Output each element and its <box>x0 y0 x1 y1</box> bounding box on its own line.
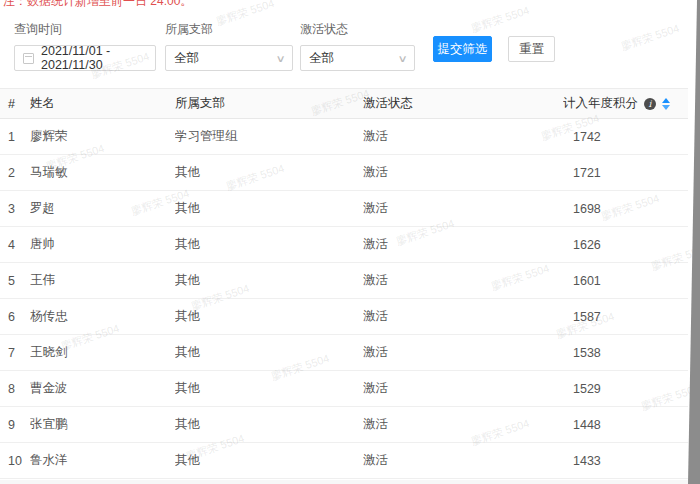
row-status: 激活 <box>363 371 563 407</box>
row-status: 激活 <box>363 335 563 371</box>
row-points: 1601 <box>563 263 688 299</box>
row-points: 1433 <box>563 443 688 479</box>
row-name: 杨传忠 <box>30 299 175 335</box>
submit-filter-button[interactable]: 提交筛选 <box>433 36 492 62</box>
sort-ascending-icon <box>662 98 670 103</box>
row-points: 1698 <box>563 191 688 227</box>
row-name: 马瑞敏 <box>30 155 175 191</box>
row-name: 王晓剑 <box>30 335 175 371</box>
column-header-points: 计入年度积分 i <box>563 89 688 119</box>
status-select[interactable]: 全部 ∨ <box>300 45 415 71</box>
row-points: 1448 <box>563 407 688 443</box>
date-range-value: 2021/11/01 - 2021/11/30 <box>41 44 147 72</box>
row-status: 激活 <box>363 299 563 335</box>
column-header-branch: 所属支部 <box>175 89 363 119</box>
row-points: 1587 <box>563 299 688 335</box>
table-row: 1廖辉荣学习管理组激活1742 <box>0 119 688 155</box>
row-index: 1 <box>0 119 30 155</box>
row-name: 曹金波 <box>30 371 175 407</box>
chevron-down-icon: ∨ <box>397 53 407 64</box>
column-header-name: 姓名 <box>30 89 175 119</box>
sort-control[interactable] <box>662 98 670 110</box>
row-index: 7 <box>0 335 30 371</box>
row-name: 王伟 <box>30 263 175 299</box>
table-row: 8曹金波其他激活1529 <box>0 371 688 407</box>
row-status: 激活 <box>363 227 563 263</box>
row-branch: 其他 <box>175 407 363 443</box>
sort-descending-icon <box>662 105 670 110</box>
status-filter-group: 激活状态 全部 ∨ <box>300 21 415 71</box>
row-branch: 其他 <box>175 191 363 227</box>
row-name: 张宜鹏 <box>30 407 175 443</box>
row-branch: 其他 <box>175 443 363 479</box>
column-header-points-label: 计入年度积分 <box>563 95 638 112</box>
row-status: 激活 <box>363 155 563 191</box>
chevron-down-icon: ∨ <box>275 53 285 64</box>
row-index: 10 <box>0 443 30 479</box>
table-row: 9张宜鹏其他激活1448 <box>0 407 688 443</box>
branch-filter-group: 所属支部 全部 ∨ <box>165 21 293 71</box>
reset-button[interactable]: 重置 <box>508 36 555 62</box>
row-status: 激活 <box>363 119 563 155</box>
row-branch: 其他 <box>175 227 363 263</box>
table-row: 5王伟其他激活1601 <box>0 263 688 299</box>
notice-text: 注：数据统计新增至前一日 24:00。 <box>3 0 192 10</box>
row-index: 6 <box>0 299 30 335</box>
row-name: 廖辉荣 <box>30 119 175 155</box>
status-filter-label: 激活状态 <box>300 21 415 38</box>
row-branch: 其他 <box>175 371 363 407</box>
table-row: 3罗超其他激活1698 <box>0 191 688 227</box>
row-index: 3 <box>0 191 30 227</box>
row-branch: 其他 <box>175 299 363 335</box>
table-row: 4唐帅其他激活1626 <box>0 227 688 263</box>
row-status: 激活 <box>363 407 563 443</box>
row-branch: 学习管理组 <box>175 119 363 155</box>
row-points: 1742 <box>563 119 688 155</box>
row-points: 1721 <box>563 155 688 191</box>
page-bottom-edge <box>0 480 700 484</box>
row-name: 鲁水洋 <box>30 443 175 479</box>
row-name: 罗超 <box>30 191 175 227</box>
date-filter-group: 查询时间 2021/11/01 - 2021/11/30 <box>14 21 156 71</box>
table-row: 7王晓剑其他激活1538 <box>0 335 688 371</box>
table-row: 10鲁水洋其他激活1433 <box>0 443 688 479</box>
row-points: 1626 <box>563 227 688 263</box>
branch-select-value: 全部 <box>174 50 199 67</box>
table-header-row: # 姓名 所属支部 激活状态 计入年度积分 i <box>0 89 688 119</box>
row-branch: 其他 <box>175 263 363 299</box>
branch-select[interactable]: 全部 ∨ <box>165 45 293 71</box>
calendar-icon <box>23 53 34 64</box>
date-filter-label: 查询时间 <box>14 21 156 38</box>
status-select-value: 全部 <box>309 50 334 67</box>
table-row: 6杨传忠其他激活1587 <box>0 299 688 335</box>
row-points: 1529 <box>563 371 688 407</box>
row-index: 4 <box>0 227 30 263</box>
points-table: # 姓名 所属支部 激活状态 计入年度积分 i 1廖辉荣学习管理组激活1742 … <box>0 88 688 479</box>
column-header-index: # <box>0 89 30 119</box>
row-index: 9 <box>0 407 30 443</box>
info-icon[interactable]: i <box>644 98 656 110</box>
row-status: 激活 <box>363 263 563 299</box>
row-index: 2 <box>0 155 30 191</box>
page-edge <box>688 0 700 484</box>
branch-filter-label: 所属支部 <box>165 21 293 38</box>
column-header-status: 激活状态 <box>363 89 563 119</box>
row-points: 1538 <box>563 335 688 371</box>
row-index: 5 <box>0 263 30 299</box>
row-status: 激活 <box>363 191 563 227</box>
table-row: 2马瑞敏其他激活1721 <box>0 155 688 191</box>
row-name: 唐帅 <box>30 227 175 263</box>
row-branch: 其他 <box>175 335 363 371</box>
row-branch: 其他 <box>175 155 363 191</box>
row-status: 激活 <box>363 443 563 479</box>
date-range-input[interactable]: 2021/11/01 - 2021/11/30 <box>14 45 156 71</box>
row-index: 8 <box>0 371 30 407</box>
